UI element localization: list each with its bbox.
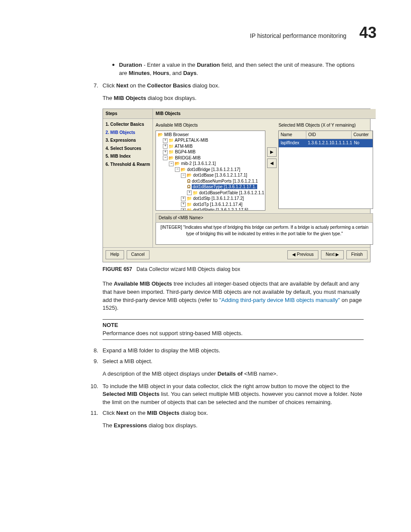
bullet-text: Duration - Enter a value in the Duration… [119,61,364,78]
step-11-result: The Expressions dialog box displays. [103,422,364,430]
mib-objects-title: MIB Objects [153,109,376,119]
wizard-step-5[interactable]: 5. MIB Index [106,152,150,161]
link-adding-third-party[interactable]: "Adding third-party device MIB objects m… [219,297,340,303]
selected-table[interactable]: Name OID Counter lapIfIndex 1.3.6.1.2.1.… [278,131,373,209]
cancel-button[interactable]: Cancel [127,250,149,259]
wizard-steps-pane: Steps 1. Collector Basics 2. MIB Objects… [103,109,153,248]
wizard-step-4[interactable]: 4. Select Sources [106,145,150,153]
selected-title: Selected MIB Objects (X of Y remaining) [278,121,373,131]
move-right-button[interactable]: ▶ [267,147,277,157]
previous-button[interactable]: ◀ Previous [287,250,318,259]
table-row[interactable]: lapIfIndex 1.3.6.1.2.1.10.1.1.1.1.1 No [279,139,373,147]
step-number: 7. [86,82,98,90]
step-11: 11. Click Next on the MIB Objects dialog… [86,409,364,417]
note-label: NOTE [103,321,364,330]
bullet-glyph: • [112,61,115,78]
wizard-step-6[interactable]: 6. Threshold & Rearm [106,161,150,169]
details-text: [INTEGER] "Indicates what type of bridgi… [156,223,373,245]
wizard-step-1[interactable]: 1. Collector Basics [106,121,150,129]
details-title: Details of <MIB Name> [156,213,373,223]
body-paragraph: The Available MIB Objects tree includes … [103,280,364,312]
finish-button[interactable]: Finish [346,250,367,259]
step-7: 7. Click Next on the Collector Basics di… [86,82,364,90]
step-8: 8. Expand a MIB folder to display the MI… [86,347,364,355]
available-title: Available MIB Objects [156,121,265,131]
table-header: Name OID Counter [279,131,373,140]
wizard-step-3[interactable]: 3. Expressions [106,137,150,145]
help-button[interactable]: Help [106,250,124,259]
move-left-button[interactable]: ◀ [267,159,277,168]
step-7-result: The MIB Objects dialog box displays. [103,94,364,103]
wizard-step-2[interactable]: 2. MIB Objects [106,129,150,137]
mib-tree[interactable]: 📂 MIB Browser +📁 APPLETALK-MIB +📁 ATM-MI… [156,131,265,211]
step-9: 9. Select a MIB object. [86,358,364,366]
chapter-number: 43 [359,22,377,44]
bullet-item: • Duration - Enter a value in the Durati… [112,61,364,78]
mib-objects-dialog: Steps 1. Collector Basics 2. MIB Objects… [103,109,371,262]
step-9-result: A description of the MIB object displays… [103,370,364,378]
step-10: 10. To include the MIB object in your da… [86,383,364,407]
note-text: Performance does not support string-base… [103,330,364,338]
page-header: IP historical performance monitoring 43 [34,22,377,44]
figure-caption: FIGURE 657Data Collector wizard MIB Obje… [103,266,364,273]
header-title: IP historical performance monitoring [250,31,346,40]
note-block: NOTE Performance does not support string… [103,319,364,340]
steps-title: Steps [103,109,153,119]
next-button[interactable]: Next ▶ [321,250,344,259]
